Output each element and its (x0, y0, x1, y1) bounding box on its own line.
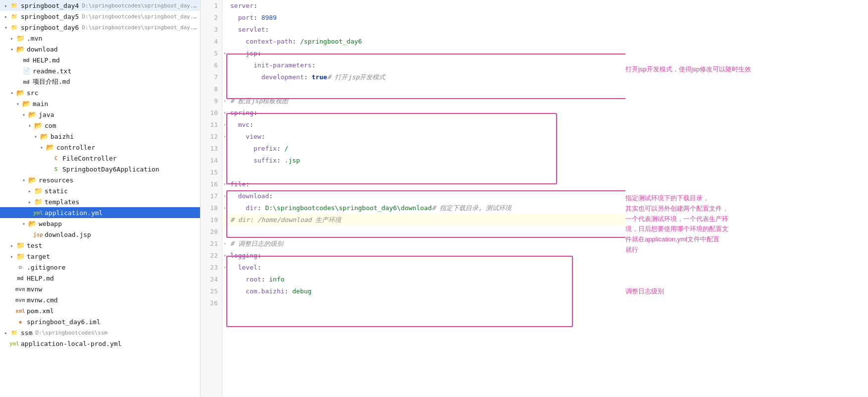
sidebar-item-readme[interactable]: 📄readme.txt (0, 65, 200, 76)
sidebar-item-HELP_md2[interactable]: mdHELP.md (0, 273, 200, 284)
sidebar-item-com[interactable]: ▾📂com (0, 120, 200, 131)
fold-arrow-21[interactable]: ▾ (223, 238, 226, 250)
line-num-8: 8 (201, 83, 218, 95)
sidebar-item-gitignore[interactable]: ⚙.gitignore (0, 262, 200, 273)
file-icon-springboot_day6_iml: ◆ (16, 317, 25, 326)
file-label-springboot_day5: springboot_day5 (21, 13, 79, 20)
tree-arrow-templates: ▸ (26, 199, 34, 205)
sidebar-item-pom_xml[interactable]: xmlpom.xml (0, 305, 200, 316)
fold-arrow-5[interactable]: ▾ (223, 48, 226, 59)
fold-arrow-12[interactable]: ▾ (223, 131, 226, 143)
annotation-text-2: 指定测试环境下的下载目录， 其实也可以另外创建两个配置文件， 一个代表测试环境，… (625, 193, 862, 255)
file-label-templates: templates (45, 198, 79, 206)
sidebar-item-springboot_day5[interactable]: ▸📁springboot_day5D:\springbootcodes\spri… (0, 11, 200, 22)
fold-arrow-10[interactable]: ▾ (223, 107, 226, 119)
file-icon-com: 📂 (34, 121, 43, 130)
line-num-11: 11 (201, 119, 218, 131)
sidebar-item-download_jsp[interactable]: jspdownload.jsp (0, 229, 200, 240)
code-line-1: server: (222, 0, 625, 12)
tree-arrow-java: ▾ (20, 112, 28, 117)
file-icon-HELP_md: md (22, 56, 31, 64)
sidebar-item-test[interactable]: ▸📁test (0, 240, 200, 251)
tree-arrow-test: ▸ (8, 243, 16, 248)
sidebar-item-ssm[interactable]: ▸📁ssmD:\springbootcodes\ssm (0, 327, 200, 338)
sidebar-item-FileController[interactable]: CFileController (0, 153, 200, 164)
code-line-4: context-path: /springboot_day6 (222, 36, 625, 48)
sidebar-item-src[interactable]: ▾📂src (0, 87, 200, 98)
file-label-gitignore: .gitignore (27, 264, 65, 271)
sidebar-item-HELP_md[interactable]: mdHELP.md (0, 55, 200, 65)
file-icon-springboot_day4: 📁 (10, 1, 19, 10)
file-label-springboot_day6: springboot_day6 (21, 24, 79, 31)
fold-arrow-18[interactable]: ▾ (223, 202, 226, 214)
file-icon-HELP_md2: md (16, 274, 25, 283)
fold-arrow-16[interactable]: ▾ (223, 178, 226, 190)
sidebar-item-proj_intro[interactable]: md项目介绍.md (0, 76, 200, 87)
code-line-5: ▾ jsp: (222, 48, 625, 59)
line-num-5: 5 (201, 48, 218, 59)
file-icon-springboot_day6: 📁 (10, 23, 19, 32)
line-num-23: 23 (201, 262, 218, 274)
code-line-16: ▾file: (222, 178, 625, 190)
file-label-ssm: ssm (21, 329, 32, 337)
file-label-download: download (27, 46, 58, 53)
sidebar-item-controller[interactable]: ▾📂controller (0, 142, 200, 153)
file-icon-application_local_prod: yml (10, 339, 19, 348)
fold-arrow-9[interactable]: ▾ (223, 95, 226, 107)
sidebar-item-java[interactable]: ▾📂java (0, 109, 200, 120)
sidebar-item-resources[interactable]: ▾📂resources (0, 174, 200, 185)
file-label-static: static (45, 187, 68, 195)
fold-arrow-17[interactable]: ▾ (223, 190, 226, 202)
sidebar-item-springboot_day4[interactable]: ▸📁springboot_day4D:\springbootcodes\spri… (0, 0, 200, 11)
file-label-springboot_day6_iml: springboot_day6.iml (27, 318, 101, 326)
code-line-11: ▾ mvc: (222, 119, 625, 131)
editor-content[interactable]: server: port: 8989 servlet: context-path… (222, 0, 625, 397)
file-label-pom_xml: pom.xml (27, 307, 54, 315)
sidebar-item-webapp[interactable]: ▾📂webapp (0, 218, 200, 229)
file-path-springboot_day6: D:\springbootcodes\springboot_day... (82, 24, 198, 31)
file-label-SpringbootDay6Application: SpringbootDay6Application (62, 166, 159, 173)
fold-arrow-23[interactable]: ▾ (223, 262, 226, 274)
code-line-14: suffix: .jsp (222, 155, 625, 167)
line-num-24: 24 (201, 274, 218, 285)
tree-arrow-resources: ▾ (20, 177, 28, 183)
sidebar-item-mvnw[interactable]: mvnmvnw (0, 284, 200, 294)
sidebar-item-springboot_day6[interactable]: ▾📁springboot_day6D:\springbootcodes\spri… (0, 22, 200, 33)
file-label-HELP_md: HELP.md (33, 57, 60, 64)
sidebar-item-mvnw_cmd[interactable]: mvnmvnw.cmd (0, 294, 200, 305)
sidebar-item-springboot_day6_iml[interactable]: ◆springboot_day6.iml (0, 316, 200, 327)
code-line-3: servlet: (222, 24, 625, 36)
sidebar-item-application_local_prod[interactable]: ymlapplication-local-prod.yml (0, 338, 200, 349)
file-label-FileController: FileController (62, 155, 117, 162)
fold-arrow-22[interactable]: ▾ (223, 250, 226, 262)
line-num-22: 22 (201, 250, 218, 262)
sidebar-item-static[interactable]: ▸📁static (0, 185, 200, 196)
sidebar-item-mvn[interactable]: ▸📁.mvn (0, 33, 200, 44)
sidebar-item-baizhi[interactable]: ▾📂baizhi (0, 131, 200, 142)
editor-area: 1234567891011121314151617181920212223242… (201, 0, 868, 397)
code-line-22: ▾logging: (222, 250, 625, 262)
tree-arrow-springboot_day5: ▸ (2, 14, 10, 19)
tree-arrow-controller: ▾ (38, 145, 46, 150)
file-tree: ▸📁springboot_day4D:\springbootcodes\spri… (0, 0, 201, 397)
fold-arrow-11[interactable]: ▾ (223, 119, 226, 131)
file-icon-static: 📁 (34, 186, 43, 195)
file-path-ssm: D:\springbootcodes\ssm (35, 330, 107, 336)
sidebar-item-application_yml[interactable]: ymlapplication.yml (0, 207, 200, 218)
tree-arrow-src: ▾ (8, 90, 16, 96)
code-line-8 (222, 83, 625, 95)
line-num-14: 14 (201, 155, 218, 167)
file-label-mvn: .mvn (27, 35, 42, 42)
file-icon-templates: 📁 (34, 197, 43, 206)
tree-arrow-webapp: ▾ (20, 221, 28, 227)
file-label-controller: controller (56, 144, 95, 151)
sidebar-item-SpringbootDay6Application[interactable]: SSpringbootDay6Application (0, 164, 200, 174)
sidebar-item-download[interactable]: ▾📂download (0, 44, 200, 55)
sidebar-item-main[interactable]: ▾📂main (0, 98, 200, 109)
sidebar-item-templates[interactable]: ▸📁templates (0, 196, 200, 207)
sidebar-item-target[interactable]: ▸📁target (0, 251, 200, 262)
line-num-7: 7 (201, 71, 218, 83)
line-num-4: 4 (201, 36, 218, 48)
file-icon-main: 📂 (22, 99, 31, 108)
annotation-text-3: 调整日志级别 (625, 286, 862, 297)
